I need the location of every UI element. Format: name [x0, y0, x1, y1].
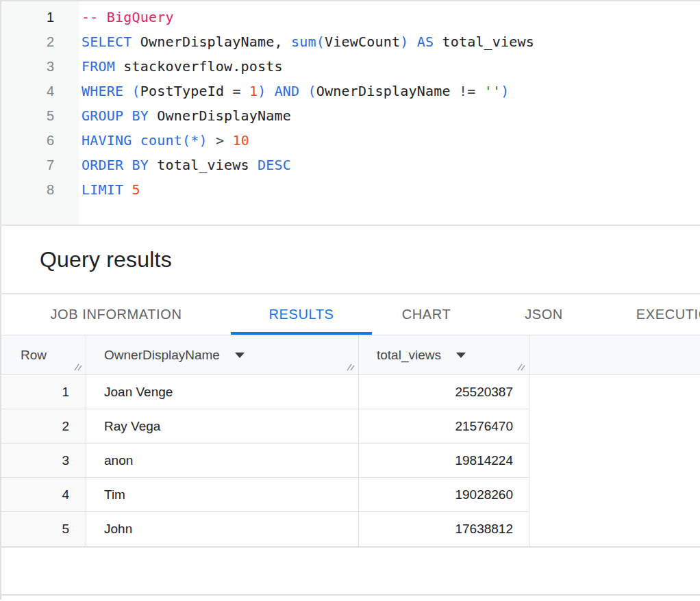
token-operator: != — [459, 83, 475, 99]
token-plain: total_views — [434, 34, 534, 50]
cell-total-views: 19814224 — [359, 444, 529, 478]
table-footer-area — [1, 548, 700, 596]
sql-editor[interactable]: 1-- BigQuery2SELECT OwnerDisplayName, su… — [1, 1, 700, 226]
tab-execution-details[interactable]: EXECUTION DETAILS — [607, 294, 700, 335]
token-keyword: FROM — [82, 58, 115, 75]
cell-owner-display-name: Ray Vega — [86, 409, 359, 444]
token-plain: stackoverflow.posts — [115, 58, 283, 75]
cell-owner-display-name: John — [86, 512, 359, 546]
token-keyword: ( — [308, 83, 316, 99]
column-label: total_views — [377, 348, 441, 363]
line-number: 3 — [1, 54, 79, 79]
sort-caret-icon[interactable] — [456, 353, 466, 358]
token-plain — [123, 83, 132, 99]
code-text: GROUP BY OwnerDisplayName — [79, 103, 291, 128]
code-line: 2SELECT OwnerDisplayName, sum(ViewCount)… — [1, 29, 700, 54]
column-label: Row — [21, 348, 47, 363]
table-row: 4Tim19028260 — [1, 478, 700, 512]
query-results-title: Query results — [40, 247, 172, 272]
cell-row-number: 1 — [1, 375, 86, 409]
cell-row-number: 5 — [1, 512, 86, 546]
token-comment: -- BigQuery — [82, 9, 174, 25]
token-plain: ViewCount — [325, 34, 400, 50]
line-number: 8 — [1, 177, 79, 202]
tab-chart[interactable]: CHART — [372, 294, 481, 335]
code-line: 7ORDER BY total_views DESC — [1, 153, 700, 177]
table-header-row: RowOwnerDisplayNametotal_views — [1, 335, 700, 375]
token-keyword: ORDER BY — [82, 157, 149, 173]
token-plain — [299, 83, 308, 99]
cell-row-number: 3 — [1, 444, 86, 478]
token-string: '' — [484, 83, 501, 99]
column-resize-grip[interactable] — [345, 361, 355, 371]
cell-row-number: 4 — [1, 478, 86, 512]
token-keyword: ) — [258, 83, 266, 99]
column-label: OwnerDisplayName — [104, 348, 220, 363]
code-line: 1-- BigQuery — [1, 5, 700, 29]
token-keyword: ) — [501, 83, 509, 99]
column-header-filler — [529, 335, 700, 374]
table-body: 1Joan Venge255203872Ray Vega215764703ano… — [1, 375, 700, 548]
table-row: 5John17638812 — [1, 512, 700, 546]
column-header-OwnerDisplayName: OwnerDisplayName — [86, 335, 359, 374]
line-number: 6 — [1, 128, 79, 153]
cell-total-views: 21576470 — [359, 409, 529, 444]
token-keyword: ) — [400, 34, 408, 50]
results-tabbar: JOB INFORMATIONRESULTSCHARTJSONEXECUTION… — [1, 294, 700, 335]
token-plain — [475, 83, 484, 99]
table-row: 3anon19814224 — [1, 444, 700, 478]
token-number: 5 — [132, 181, 140, 198]
token-keyword: DESC — [258, 157, 291, 173]
cell-row-number: 2 — [1, 409, 86, 444]
token-number: 1 — [249, 83, 258, 99]
editor-lines: 1-- BigQuery2SELECT OwnerDisplayName, su… — [1, 1, 700, 202]
cell-filler — [529, 444, 700, 478]
token-keyword: LIMIT — [82, 181, 123, 198]
cell-filler — [529, 409, 700, 444]
tab-results[interactable]: RESULTS — [231, 294, 372, 335]
tab-json[interactable]: JSON — [481, 294, 607, 335]
token-plain — [241, 83, 249, 99]
cell-total-views: 25520387 — [359, 375, 529, 409]
token-keyword: GROUP BY — [82, 107, 149, 124]
token-plain: OwnerDisplayName — [149, 107, 291, 124]
sort-caret-icon[interactable] — [235, 353, 245, 358]
column-header-row: Row — [1, 335, 86, 374]
token-keyword: HAVING — [82, 132, 132, 149]
token-plain: total_views — [149, 157, 258, 173]
query-results-header: Query results — [1, 226, 700, 294]
token-keyword: SELECT — [82, 34, 132, 50]
token-plain — [266, 83, 274, 99]
token-plain: PostTypeId — [140, 83, 233, 99]
cell-owner-display-name: Joan Venge — [86, 375, 359, 409]
code-text: WHERE (PostTypeId = 1) AND (OwnerDisplay… — [79, 79, 509, 103]
token-plain — [208, 132, 216, 149]
line-number: 5 — [1, 103, 79, 128]
token-plain — [408, 34, 416, 50]
cell-total-views: 17638812 — [359, 512, 529, 546]
tab-job-information[interactable]: JOB INFORMATION — [1, 294, 231, 335]
code-text: SELECT OwnerDisplayName, sum(ViewCount) … — [79, 29, 534, 54]
code-text: ORDER BY total_views DESC — [79, 153, 291, 177]
cell-owner-display-name: anon — [86, 444, 359, 478]
token-plain: OwnerDisplayName, — [132, 34, 291, 50]
token-operator: = — [232, 83, 240, 99]
token-plain — [224, 132, 232, 149]
cell-owner-display-name: Tim — [86, 478, 359, 512]
token-keyword: ( — [132, 83, 140, 99]
token-plain — [123, 181, 132, 198]
line-number: 2 — [1, 29, 79, 54]
token-plain — [132, 132, 140, 149]
column-resize-grip[interactable] — [516, 361, 525, 371]
cell-filler — [529, 512, 700, 546]
token-keyword: WHERE — [82, 83, 123, 99]
results-table: RowOwnerDisplayNametotal_views 1Joan Ven… — [1, 335, 700, 548]
code-text: LIMIT 5 — [79, 177, 140, 202]
code-text: FROM stackoverflow.posts — [79, 54, 283, 79]
table-row: 1Joan Venge25520387 — [1, 375, 700, 409]
code-line: 8LIMIT 5 — [1, 177, 700, 202]
cell-filler — [529, 375, 700, 409]
column-resize-grip[interactable] — [73, 361, 82, 371]
token-keyword: sum( — [291, 34, 325, 50]
code-text: HAVING count(*) > 10 — [79, 128, 249, 153]
